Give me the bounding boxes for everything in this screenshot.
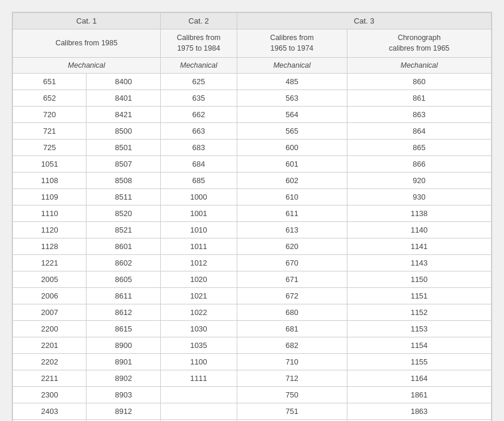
table-row: 110985111000610930 <box>13 189 492 205</box>
table-cell <box>160 387 237 403</box>
table-cell: 635 <box>160 90 237 107</box>
table-cell: 1030 <box>160 321 237 337</box>
table-cell: 602 <box>237 173 347 189</box>
table-cell: 865 <box>347 140 491 156</box>
table-cell: 8520 <box>87 205 160 222</box>
table-cell: 1110 <box>13 205 87 222</box>
table-cell: 1221 <box>13 255 87 271</box>
table-cell: 8612 <box>87 304 160 321</box>
table-cell: 1012 <box>160 255 237 271</box>
table-row: 230089037501861 <box>13 387 492 403</box>
table-cell: 620 <box>237 238 347 255</box>
table-cell: 1020 <box>160 271 237 288</box>
table-row: 2005860510206711150 <box>13 271 492 288</box>
table-cell: 1011 <box>160 238 237 255</box>
table-cell: 681 <box>237 321 347 337</box>
table-cell: 8903 <box>87 387 160 403</box>
table-cell: 721 <box>13 123 87 140</box>
table-cell: 564 <box>237 107 347 123</box>
table-cell: 662 <box>160 107 237 123</box>
table-cell: 920 <box>347 173 491 189</box>
mech-header-4: Mechanical <box>347 58 491 74</box>
table-cell: 1021 <box>160 288 237 304</box>
table-cell: 1143 <box>347 255 491 271</box>
mech-header-3: Mechanical <box>237 58 347 74</box>
table-cell: 1155 <box>347 354 491 370</box>
table-cell: 8900 <box>87 337 160 354</box>
mech-header-2: Mechanical <box>160 58 237 74</box>
sub-cat3a: Calibres from1965 to 1974 <box>237 29 347 58</box>
table-cell: 1152 <box>347 304 491 321</box>
table-cell: 866 <box>347 156 491 173</box>
table-cell: 863 <box>347 107 491 123</box>
table-cell: 2005 <box>13 271 87 288</box>
table-cell: 2007 <box>13 304 87 321</box>
table-row: 6518400625485860 <box>13 74 492 90</box>
table-cell: 8401 <box>87 90 160 107</box>
table-cell: 565 <box>237 123 347 140</box>
table-cell: 672 <box>237 288 347 304</box>
table-cell: 2006 <box>13 288 87 304</box>
table-row: 2201890010356821154 <box>13 337 492 354</box>
table-cell: 1153 <box>347 321 491 337</box>
table-cell: 1150 <box>347 271 491 288</box>
table-cell: 1138 <box>347 205 491 222</box>
table-cell: 1000 <box>160 189 237 205</box>
table-cell: 1141 <box>347 238 491 255</box>
table-cell: 1100 <box>160 354 237 370</box>
mech-header-1: Mechanical <box>13 58 161 74</box>
table-cell <box>160 403 237 420</box>
table-cell: 680 <box>237 304 347 321</box>
table-cell: 1863 <box>347 403 491 420</box>
table-cell: 1151 <box>347 288 491 304</box>
table-row: 2200861510306811153 <box>13 321 492 337</box>
table-cell: 670 <box>237 255 347 271</box>
table-cell: 2200 <box>13 321 87 337</box>
table-cell: 683 <box>160 140 237 156</box>
table-cell: 1109 <box>13 189 87 205</box>
table-cell: 600 <box>237 140 347 156</box>
table-cell: 1001 <box>160 205 237 222</box>
table-cell: 2211 <box>13 370 87 387</box>
table-cell: 8500 <box>87 123 160 140</box>
table-row: 1128860110116201141 <box>13 238 492 255</box>
table-cell: 751 <box>237 403 347 420</box>
table-cell: 712 <box>237 370 347 387</box>
table-cell: 1154 <box>347 337 491 354</box>
table-cell: 8912 <box>87 403 160 420</box>
table-cell: 613 <box>237 222 347 238</box>
table-cell: 8611 <box>87 288 160 304</box>
sub-cat2: Calibres from1975 to 1984 <box>160 29 237 58</box>
table-cell: 1051 <box>13 156 87 173</box>
table-cell: 1022 <box>160 304 237 321</box>
table-row: 11088508685602920 <box>13 173 492 189</box>
table-cell: 8507 <box>87 156 160 173</box>
table-cell: 663 <box>160 123 237 140</box>
table-cell: 8508 <box>87 173 160 189</box>
table-cell: 720 <box>13 107 87 123</box>
table-cell: 1010 <box>160 222 237 238</box>
sub-cat1: Calibres from 1985 <box>13 29 161 58</box>
table-row: 1221860210126701143 <box>13 255 492 271</box>
table-row: 7218500663565864 <box>13 123 492 140</box>
table-cell: 625 <box>160 74 237 90</box>
table-row: 7208421662564863 <box>13 107 492 123</box>
table-cell: 1128 <box>13 238 87 255</box>
table-row: 2211890211117121164 <box>13 370 492 387</box>
table-cell: 860 <box>347 74 491 90</box>
table-cell: 685 <box>160 173 237 189</box>
table-row: 1120852110106131140 <box>13 222 492 238</box>
calibres-table: Cat. 1 Cat. 2 Cat. 3 Calibres from 1985 … <box>12 12 492 421</box>
table-cell: 930 <box>347 189 491 205</box>
table-cell: 8501 <box>87 140 160 156</box>
table-cell: 8511 <box>87 189 160 205</box>
table-cell: 610 <box>237 189 347 205</box>
cat3-header: Cat. 3 <box>237 13 491 29</box>
cat1-header: Cat. 1 <box>13 13 161 29</box>
table-cell: 1164 <box>347 370 491 387</box>
table-cell: 1035 <box>160 337 237 354</box>
table-cell: 2202 <box>13 354 87 370</box>
table-cell: 563 <box>237 90 347 107</box>
table-row: 7258501683600865 <box>13 140 492 156</box>
table-cell: 8902 <box>87 370 160 387</box>
